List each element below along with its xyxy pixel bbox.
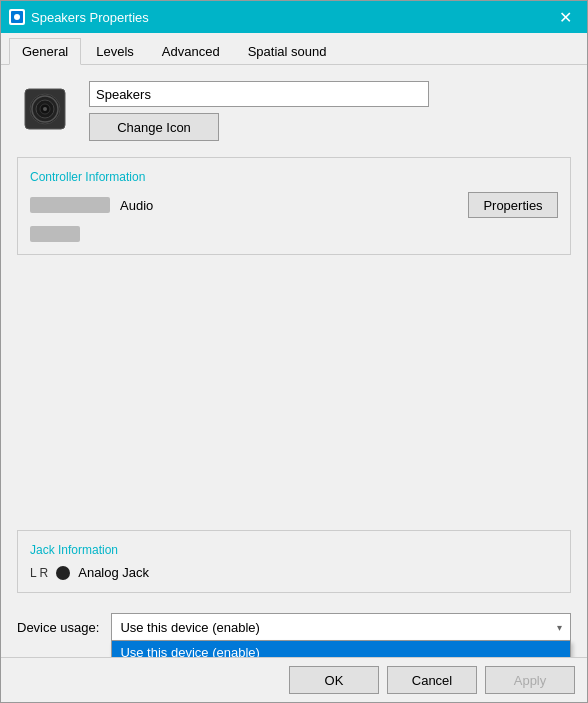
device-usage-dropdown-menu: Use this device (enable) Don't use this …	[111, 641, 571, 657]
bottom-bar: OK Cancel Apply	[1, 657, 587, 702]
apply-button[interactable]: Apply	[485, 666, 575, 694]
tab-bar: General Levels Advanced Spatial sound	[1, 33, 587, 65]
jack-lr-label: L R	[30, 566, 48, 580]
window-title: Speakers Properties	[31, 10, 551, 25]
tab-spatial-sound[interactable]: Spatial sound	[235, 38, 340, 65]
tab-general[interactable]: General	[9, 38, 81, 65]
device-usage-dropdown-wrapper: Use this device (enable) ▾ Use this devi…	[111, 613, 571, 641]
controller-bar-long	[30, 197, 110, 213]
controller-bar-short	[30, 226, 80, 242]
svg-point-1	[14, 14, 20, 20]
svg-point-7	[43, 107, 47, 111]
device-name-input[interactable]	[89, 81, 429, 107]
jack-info-label: Jack Information	[30, 543, 558, 557]
content-area: Change Icon Controller Information Audio…	[1, 65, 587, 657]
close-button[interactable]: ✕	[551, 3, 579, 31]
tab-advanced[interactable]: Advanced	[149, 38, 233, 65]
controller-row: Audio Properties	[30, 192, 558, 218]
controller-info-label: Controller Information	[30, 170, 558, 184]
device-name-section: Change Icon	[89, 81, 571, 141]
device-usage-label: Device usage:	[17, 620, 99, 635]
device-header: Change Icon	[17, 81, 571, 141]
device-usage-section: Device usage: Use this device (enable) ▾…	[17, 605, 571, 641]
jack-info-section: Jack Information L R Analog Jack	[17, 530, 571, 593]
change-icon-button[interactable]: Change Icon	[89, 113, 219, 141]
jack-type-label: Analog Jack	[78, 565, 149, 580]
controller-info-section: Controller Information Audio Properties	[17, 157, 571, 255]
properties-button[interactable]: Properties	[468, 192, 558, 218]
device-usage-selected: Use this device (enable)	[120, 620, 259, 635]
cancel-button[interactable]: Cancel	[387, 666, 477, 694]
jack-row: L R Analog Jack	[30, 565, 558, 580]
tab-levels[interactable]: Levels	[83, 38, 147, 65]
controller-left: Audio	[30, 197, 153, 213]
device-usage-row: Device usage: Use this device (enable) ▾…	[17, 613, 571, 641]
device-usage-dropdown[interactable]: Use this device (enable) ▾	[111, 613, 571, 641]
title-bar: Speakers Properties ✕	[1, 1, 587, 33]
dropdown-arrow-icon: ▾	[557, 622, 562, 633]
audio-label: Audio	[120, 198, 153, 213]
spacer-area	[17, 267, 571, 530]
ok-button[interactable]: OK	[289, 666, 379, 694]
speakers-properties-window: Speakers Properties ✕ General Levels Adv…	[0, 0, 588, 703]
device-icon	[17, 81, 73, 137]
jack-dot	[56, 566, 70, 580]
window-icon	[9, 9, 25, 25]
dropdown-option-enable[interactable]: Use this device (enable)	[112, 641, 570, 657]
